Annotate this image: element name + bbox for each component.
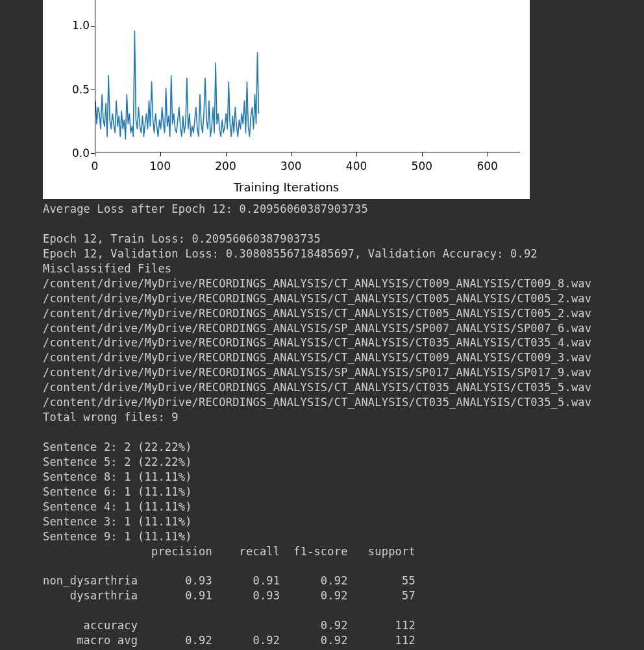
plot-area: [95, 0, 520, 152]
x-axis-label: Training Iterations: [234, 180, 339, 195]
loss-chart: Lo 0.00.51.0 0100200300400500600 Trainin…: [43, 0, 530, 199]
y-tick: 1.0: [66, 18, 90, 33]
x-tick: 0: [83, 159, 106, 174]
notebook-output-cell: Lo 0.00.51.0 0100200300400500600 Trainin…: [0, 0, 644, 650]
x-tick: 600: [476, 159, 499, 174]
loss-line-svg: [95, 0, 520, 152]
x-tick: 200: [214, 159, 238, 174]
x-tick: 300: [279, 159, 303, 174]
x-tick: 400: [345, 159, 368, 174]
y-tick: 0.5: [66, 82, 90, 97]
x-tick: 500: [410, 159, 434, 174]
stdout-output: Average Loss after Epoch 12: 0.209560603…: [43, 202, 644, 648]
x-tick: 100: [149, 159, 172, 174]
